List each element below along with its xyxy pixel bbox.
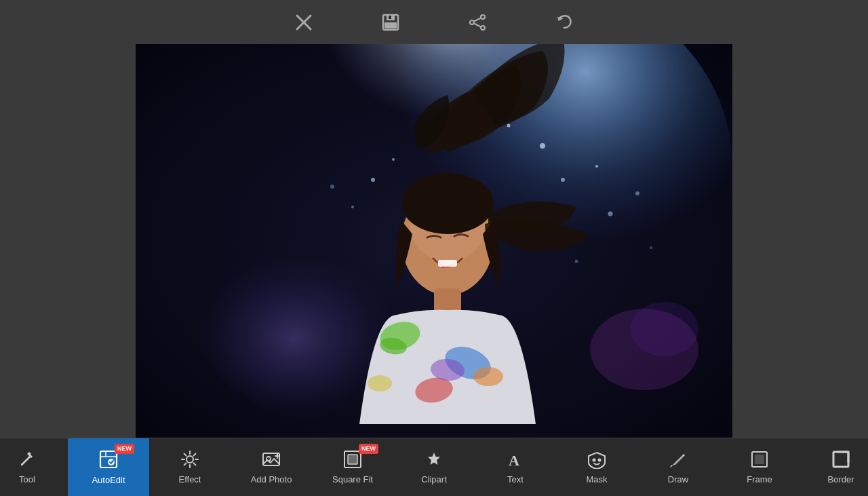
bottom-toolbar: Tool NEW AutoEdit — [0, 438, 868, 496]
squarefit-label: Square Fit — [332, 474, 373, 484]
svg-point-29 — [540, 143, 545, 149]
svg-point-38 — [650, 246, 652, 249]
tool-icon — [18, 450, 37, 472]
canvas-area — [0, 44, 868, 438]
mask-button[interactable]: Mask — [556, 438, 637, 496]
svg-line-41 — [22, 457, 30, 465]
svg-point-24 — [473, 367, 503, 386]
svg-rect-68 — [833, 452, 848, 467]
autoedit-new-badge: NEW — [115, 444, 134, 454]
svg-point-18 — [401, 173, 494, 234]
svg-line-65 — [671, 465, 672, 467]
tool-button[interactable]: Tool — [0, 438, 68, 496]
frame-label: Frame — [747, 474, 772, 484]
autoedit-label: AutoEdit — [92, 475, 125, 485]
svg-point-25 — [368, 375, 392, 392]
mask-icon — [587, 450, 606, 472]
addphoto-icon — [262, 450, 281, 472]
svg-point-64 — [598, 459, 601, 462]
frame-button[interactable]: Frame — [719, 438, 800, 496]
share-button[interactable] — [461, 6, 494, 39]
addphoto-label: Add Photo — [251, 474, 292, 484]
clipart-label: Clipart — [421, 474, 447, 484]
svg-point-37 — [575, 260, 578, 263]
svg-point-32 — [608, 212, 613, 216]
text-label: Text — [507, 474, 524, 484]
svg-point-34 — [635, 191, 639, 195]
svg-line-10 — [474, 23, 481, 26]
text-button[interactable]: A Text — [475, 438, 556, 496]
svg-rect-42 — [100, 451, 117, 468]
svg-text:A: A — [509, 452, 519, 469]
top-toolbar — [0, 0, 868, 44]
close-button[interactable] — [288, 6, 320, 39]
border-button[interactable]: Border — [800, 438, 868, 496]
svg-point-33 — [595, 165, 598, 168]
draw-button[interactable]: Draw — [637, 438, 719, 496]
svg-line-9 — [474, 18, 481, 21]
draw-label: Draw — [668, 474, 688, 484]
clipart-button[interactable]: Clipart — [393, 438, 475, 496]
draw-icon — [669, 450, 688, 472]
mask-label: Mask — [586, 474, 607, 484]
squarefit-new-badge: NEW — [359, 444, 378, 454]
svg-point-35 — [351, 206, 354, 208]
svg-point-27 — [371, 178, 375, 182]
tool-label: Tool — [19, 474, 35, 484]
svg-rect-60 — [348, 455, 357, 464]
frame-icon — [750, 450, 769, 472]
svg-line-53 — [194, 454, 196, 456]
autoedit-button[interactable]: NEW AutoEdit — [68, 438, 149, 496]
svg-rect-4 — [384, 22, 397, 28]
svg-point-28 — [392, 158, 395, 161]
border-icon — [831, 450, 850, 472]
effect-button[interactable]: Effect — [149, 438, 231, 496]
effect-label: Effect — [178, 474, 201, 484]
border-label: Border — [827, 474, 854, 484]
svg-point-40 — [631, 302, 698, 356]
svg-point-36 — [330, 185, 334, 189]
save-button[interactable] — [374, 6, 407, 39]
svg-line-51 — [184, 454, 186, 456]
squarefit-button[interactable]: NEW Square Fit — [312, 438, 393, 496]
svg-rect-67 — [755, 455, 764, 464]
effect-icon — [180, 450, 199, 472]
text-icon: A — [506, 450, 525, 472]
addphoto-button[interactable]: Add Photo — [231, 438, 312, 496]
svg-point-30 — [561, 178, 565, 182]
photo-canvas — [136, 44, 732, 438]
svg-rect-17 — [438, 260, 457, 267]
clipart-icon — [425, 450, 443, 472]
tool-items-container: Tool NEW AutoEdit — [0, 438, 868, 496]
svg-point-31 — [507, 124, 511, 128]
svg-rect-5 — [389, 16, 391, 19]
undo-button[interactable] — [548, 6, 580, 39]
svg-line-52 — [194, 463, 196, 465]
svg-point-63 — [593, 459, 596, 462]
svg-line-54 — [184, 463, 186, 465]
svg-point-46 — [186, 456, 193, 463]
